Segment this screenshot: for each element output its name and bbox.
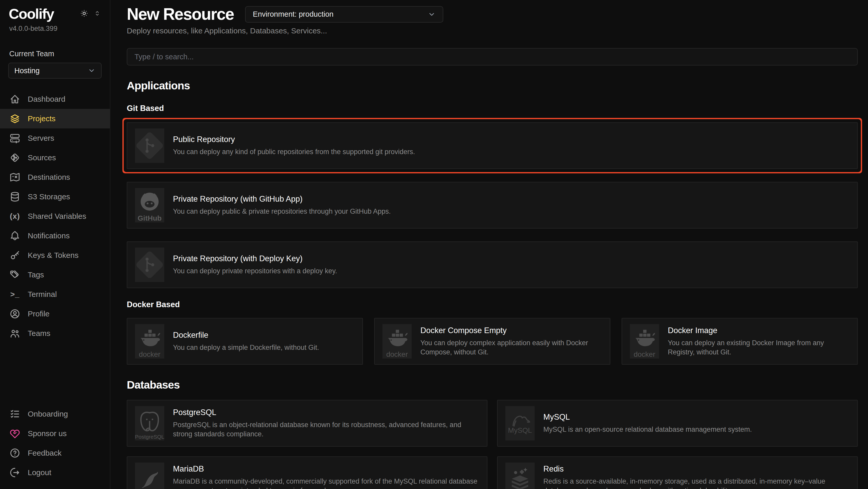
- sidebar-item-shared-variables[interactable]: (x) Shared Variables: [0, 206, 110, 226]
- card-redis[interactable]: redis Redis Redis is a source-available,…: [497, 456, 858, 489]
- card-public-repository[interactable]: Public Repository You can deploy any kin…: [127, 122, 858, 169]
- card-title: Docker Compose Empty: [421, 326, 602, 335]
- home-icon: [9, 93, 21, 105]
- svg-text:PostgreSQL: PostgreSQL: [135, 434, 164, 440]
- app-logo: Coolify: [9, 7, 54, 21]
- sidebar-item-keys-tokens[interactable]: Keys & Tokens: [0, 246, 110, 265]
- group-label-git-based: Git Based: [127, 104, 858, 113]
- sidebar-item-label: Projects: [28, 114, 56, 123]
- user-circle-icon: [9, 308, 21, 319]
- docker-logo-icon: docker: [382, 324, 412, 358]
- card-private-repository-deploy-key[interactable]: Private Repository (with Deploy Key) You…: [127, 241, 858, 288]
- docker-logo-icon: docker: [135, 324, 164, 358]
- sidebar-item-projects[interactable]: Projects: [0, 109, 110, 128]
- sidebar-item-label: Profile: [28, 310, 50, 318]
- card-title: Private Repository (with Deploy Key): [173, 254, 337, 263]
- map-icon: [9, 172, 21, 183]
- card-description: PostgreSQL is an object-relational datab…: [173, 420, 479, 439]
- card-docker-image[interactable]: docker Docker Image You can deploy an ex…: [622, 318, 858, 365]
- card-title: MySQL: [543, 412, 752, 422]
- chevron-down-icon: [88, 67, 95, 75]
- sidebar-item-label: Servers: [28, 134, 54, 143]
- bell-icon: [9, 230, 21, 241]
- environment-select-value: Environment: production: [253, 10, 333, 19]
- card-private-repository-github-app[interactable]: GitHub Private Repository (with GitHub A…: [127, 182, 858, 229]
- page-title: New Resource: [127, 6, 234, 23]
- card-description: You can deploy private repositories with…: [173, 266, 337, 276]
- sidebar-item-label: Shared Variables: [28, 212, 86, 221]
- sidebar-item-profile[interactable]: Profile: [0, 304, 110, 324]
- heart-hands-icon: [9, 428, 21, 439]
- section-title-applications: Applications: [127, 79, 858, 92]
- logout-icon: [9, 467, 21, 478]
- group-label-docker-based: Docker Based: [127, 300, 858, 309]
- sidebar-item-tags[interactable]: Tags: [0, 265, 110, 285]
- card-description: Redis is a source-available, in-memory s…: [543, 477, 849, 489]
- sidebar-item-destinations[interactable]: Destinations: [0, 168, 110, 187]
- card-description: You can deploy public & private reposito…: [173, 207, 391, 216]
- card-docker-compose-empty[interactable]: docker Docker Compose Empty You can depl…: [374, 318, 610, 365]
- mysql-logo-icon: MySQL: [505, 406, 535, 440]
- team-select-value: Hosting: [14, 66, 39, 75]
- sidebar-item-logout[interactable]: Logout: [0, 463, 110, 482]
- card-title: MariaDB: [173, 464, 479, 473]
- card-postgresql[interactable]: PostgreSQL PostgreSQL PostgreSQL is an o…: [127, 400, 487, 447]
- sidebar-item-s3-storages[interactable]: S3 Storages: [0, 187, 110, 206]
- sidebar-item-label: Destinations: [28, 173, 70, 181]
- card-description: MariaDB is a community-developed, commer…: [173, 477, 479, 489]
- sidebar-item-onboarding[interactable]: Onboarding: [0, 404, 110, 424]
- card-mariadb[interactable]: MariaDB MariaDB MariaDB is a community-d…: [127, 456, 487, 489]
- card-description: You can deploy complex application easil…: [421, 338, 602, 357]
- svg-text:docker: docker: [139, 350, 160, 358]
- sidebar-nav: Dashboard Projects Servers Sources Desti…: [0, 89, 110, 343]
- svg-text:MySQL: MySQL: [508, 426, 532, 434]
- card-title: Public Repository: [173, 135, 415, 144]
- sidebar-item-sponsor-us[interactable]: Sponsor us: [0, 424, 110, 443]
- checklist-icon: [9, 408, 21, 420]
- layers-icon: [9, 113, 21, 124]
- main-content: New Resource Environment: production Dep…: [111, 0, 868, 489]
- card-description: You can deploy a simple Dockerfile, with…: [173, 343, 319, 352]
- sidebar-item-servers[interactable]: Servers: [0, 128, 110, 148]
- svg-text:GitHub: GitHub: [137, 214, 161, 222]
- help-circle-icon: [9, 448, 21, 459]
- svg-text:docker: docker: [386, 350, 408, 358]
- sidebar-item-label: Dashboard: [28, 95, 65, 104]
- collapse-chevrons-icon[interactable]: [93, 9, 101, 17]
- sidebar-item-label: S3 Storages: [28, 192, 70, 201]
- docker-based-cards: docker Dockerfile You can deploy a simpl…: [127, 318, 858, 365]
- sidebar-footer-nav: Onboarding Sponsor us Feedback Logout: [0, 404, 110, 482]
- users-icon: [9, 328, 21, 339]
- sidebar-item-terminal[interactable]: >_ Terminal: [0, 285, 110, 304]
- sidebar-item-feedback[interactable]: Feedback: [0, 443, 110, 463]
- card-dockerfile[interactable]: docker Dockerfile You can deploy a simpl…: [127, 318, 363, 365]
- page-subtitle: Deploy resources, like Applications, Dat…: [127, 26, 858, 35]
- database-icon: [9, 191, 21, 202]
- git-based-cards: Public Repository You can deploy any kin…: [127, 122, 858, 288]
- key-icon: [9, 250, 21, 261]
- theme-toggle-sun-icon[interactable]: [80, 9, 89, 18]
- sidebar: Coolify v4.0.0-beta.399 Current Team Hos…: [0, 0, 111, 489]
- sidebar-item-label: Logout: [28, 468, 51, 477]
- terminal-icon: >_: [9, 289, 21, 300]
- sidebar-item-label: Tags: [28, 270, 44, 279]
- card-mysql[interactable]: MySQL MySQL MySQL is an open-source rela…: [497, 400, 858, 447]
- card-title: Private Repository (with GitHub App): [173, 194, 391, 204]
- server-icon: [9, 133, 21, 144]
- card-title: Docker Image: [668, 326, 849, 335]
- sidebar-item-teams[interactable]: Teams: [0, 324, 110, 343]
- sidebar-item-notifications[interactable]: Notifications: [0, 226, 110, 246]
- sidebar-item-label: Terminal: [28, 290, 57, 299]
- sidebar-item-label: Sources: [28, 153, 56, 162]
- current-team-label: Current Team: [0, 50, 110, 58]
- sidebar-item-label: Sponsor us: [28, 429, 67, 438]
- sidebar-item-label: Notifications: [28, 231, 69, 240]
- search-input[interactable]: [127, 48, 858, 65]
- app-version: v4.0.0-beta.399: [0, 25, 110, 33]
- environment-select[interactable]: Environment: production: [245, 6, 443, 23]
- sidebar-item-dashboard[interactable]: Dashboard: [0, 89, 110, 109]
- team-select[interactable]: Hosting: [8, 63, 102, 79]
- sidebar-item-sources[interactable]: Sources: [0, 148, 110, 168]
- card-description: You can deploy any kind of public reposi…: [173, 147, 415, 156]
- git-logo-icon: [135, 128, 164, 163]
